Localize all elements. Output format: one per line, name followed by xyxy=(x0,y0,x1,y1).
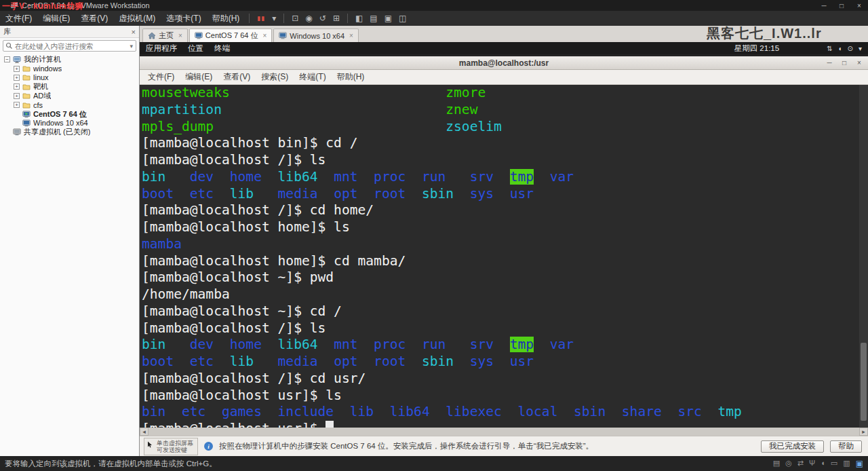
expand-icon[interactable]: + xyxy=(14,66,20,72)
pause-button[interactable]: ▮▮ xyxy=(254,15,269,22)
close-button[interactable]: × xyxy=(850,0,868,11)
sidebar-item-7[interactable]: Windows 10 x64 xyxy=(0,119,139,128)
pause-dropdown[interactable]: ▾ xyxy=(269,14,279,23)
usb-icon[interactable]: Ψ xyxy=(809,459,815,468)
terminal-text xyxy=(358,169,374,185)
terminal-line: mpls_dump zsoelim xyxy=(142,119,868,136)
tab-centos-7-64-位[interactable]: CentOS 7 64 位× xyxy=(189,29,273,42)
sidebar-item-1[interactable]: +windows xyxy=(0,64,139,73)
app-menu-3[interactable]: 虚拟机(M) xyxy=(113,11,161,26)
sidebar-item-6[interactable]: CentOS 7 64 位 xyxy=(0,109,139,118)
sound-icon[interactable]: ◖ xyxy=(821,459,825,468)
expand-icon[interactable]: + xyxy=(14,83,20,90)
terminal-text: mousetweaks xyxy=(142,85,230,100)
expand-icon[interactable]: + xyxy=(14,75,20,81)
scroll-left-icon[interactable]: ◂ xyxy=(140,428,149,436)
message-log-icon[interactable]: ▥ xyxy=(843,459,850,468)
terminal-scrollbar[interactable] xyxy=(859,85,868,428)
gnome-clock[interactable]: 星期四 21:15 xyxy=(734,43,779,54)
app-menu-0[interactable]: 文件(F) xyxy=(0,11,37,26)
sidebar-item-3[interactable]: +靶机 xyxy=(0,82,139,91)
tab-close-icon[interactable]: × xyxy=(349,32,353,39)
terminal-text xyxy=(254,354,277,369)
gnome-menu-2[interactable]: 终端 xyxy=(214,43,230,54)
app-menu-1[interactable]: 编辑(E) xyxy=(37,11,75,26)
show-library-icon[interactable]: ◧ xyxy=(352,14,366,23)
sidebar-item-8[interactable]: 共享虚拟机 (已关闭) xyxy=(0,128,139,136)
terminal-menu-2[interactable]: 查看(V) xyxy=(218,70,256,84)
terminal-text xyxy=(406,337,422,352)
gnome-menu-1[interactable]: 位置 xyxy=(188,43,203,54)
send-ctrl-alt-del-icon[interactable]: ⊡ xyxy=(288,14,302,23)
terminal-close-button[interactable]: × xyxy=(854,59,864,67)
sidebar-item-label: windows xyxy=(33,64,62,73)
tab-home[interactable]: 主页× xyxy=(142,29,188,42)
snapshot-icon[interactable]: ◉ xyxy=(302,14,315,23)
terminal-scrollbar-thumb[interactable] xyxy=(861,343,867,421)
terminal-minimize-button[interactable]: ─ xyxy=(825,59,834,67)
terminal-menu-3[interactable]: 搜索(S) xyxy=(256,70,294,84)
help-button[interactable]: 帮助 xyxy=(830,440,862,453)
power-icon[interactable]: ⊙ xyxy=(848,45,853,52)
cd-rom-icon[interactable]: ◎ xyxy=(785,459,792,468)
terminal-text: share xyxy=(622,404,662,419)
expand-icon[interactable]: + xyxy=(14,93,20,99)
terminal-menu-5[interactable]: 帮助(H) xyxy=(332,70,370,84)
terminal-line: [mamba@localhost ~]$ cd / xyxy=(142,303,868,320)
sidebar-item-2[interactable]: +linux xyxy=(0,73,139,82)
terminal-maximize-button[interactable]: □ xyxy=(840,59,849,67)
printer-icon[interactable]: ▭ xyxy=(831,459,837,468)
terminal-output[interactable]: mousetweaks zmorempartition znewmpls_dum… xyxy=(140,85,868,436)
chevron-down-icon[interactable]: ▾ xyxy=(859,45,862,52)
app-menu-2[interactable]: 查看(V) xyxy=(75,11,113,26)
network-adapter-icon[interactable]: ⇄ xyxy=(797,459,804,468)
sidebar-item-4[interactable]: +AD域 xyxy=(0,92,139,100)
vm-console-screen[interactable]: 应用程序位置终端 星期四 21:15 ⇅◖⊙▾ mamba@localhost:… xyxy=(140,42,868,436)
unity-icon[interactable]: ◫ xyxy=(395,14,410,23)
gnome-menu-0[interactable]: 应用程序 xyxy=(146,43,177,54)
revert-snapshot-icon[interactable]: ↺ xyxy=(316,14,330,23)
library-close-button[interactable]: × xyxy=(132,28,136,36)
terminal-text: mnt xyxy=(334,337,357,352)
finish-install-button[interactable]: 我已完成安装 xyxy=(761,440,824,453)
app-menu-5[interactable]: 帮助(H) xyxy=(207,11,245,26)
hint-line2: 可发送按键 xyxy=(157,447,193,453)
terminal-text: media xyxy=(278,354,318,369)
terminal-text xyxy=(205,404,222,419)
terminal-text: lib xyxy=(230,186,254,202)
terminal-menu-0[interactable]: 文件(F) xyxy=(142,70,180,84)
fullscreen-icon[interactable]: ▣ xyxy=(381,14,395,23)
sidebar-item-0[interactable]: −我的计算机 xyxy=(0,55,139,64)
tab-close-icon[interactable]: × xyxy=(263,32,267,39)
collapse-icon[interactable]: − xyxy=(4,56,10,62)
terminal-line: boot etc lib media opt root sbin sys usr xyxy=(142,186,868,203)
library-search-box[interactable]: ▾ xyxy=(3,40,136,52)
snapshot-manager-icon[interactable]: ⊞ xyxy=(330,14,343,23)
network-icon[interactable]: ⇅ xyxy=(827,45,832,52)
volume-icon[interactable]: ◖ xyxy=(838,45,842,52)
terminal-title: mamba@localhost:/usr xyxy=(140,58,868,68)
console-horizontal-scrollbar[interactable]: ◂ ▸ xyxy=(140,428,868,436)
expand-icon[interactable]: + xyxy=(14,102,20,108)
terminal-window: mamba@localhost:/usr ─□× 文件(F)编辑(E)查看(V)… xyxy=(140,56,868,436)
scroll-right-icon[interactable]: ▸ xyxy=(859,428,868,436)
terminal-text xyxy=(214,354,230,369)
library-search-input[interactable] xyxy=(15,42,129,50)
tab-close-icon[interactable]: × xyxy=(178,32,182,39)
terminal-line: mousetweaks zmore xyxy=(142,85,868,102)
search-dropdown-icon[interactable]: ▾ xyxy=(129,43,134,50)
tab-windows-10-x64[interactable]: Windows 10 x64× xyxy=(273,29,359,42)
maximize-button[interactable]: □ xyxy=(833,0,850,11)
hard-disk-icon[interactable]: ▤ xyxy=(773,459,780,468)
seller-watermark: 一手V：kumlum幼狮 xyxy=(2,1,83,12)
minimize-button[interactable]: ─ xyxy=(815,0,833,11)
terminal-menu-4[interactable]: 终端(T) xyxy=(294,70,331,84)
sidebar-item-5[interactable]: +cfs xyxy=(0,100,139,109)
terminal-text: sbin xyxy=(574,404,606,419)
terminal-menu-1[interactable]: 编辑(E) xyxy=(180,70,218,84)
terminal-title-bar[interactable]: mamba@localhost:/usr ─□× xyxy=(140,56,868,70)
sidebar-item-label: 共享虚拟机 (已关闭) xyxy=(24,127,90,137)
app-menu-4[interactable]: 选项卡(T) xyxy=(161,11,206,26)
console-view-icon[interactable]: ▤ xyxy=(366,14,380,23)
screen-mode-icon[interactable]: ▣ xyxy=(856,459,863,468)
